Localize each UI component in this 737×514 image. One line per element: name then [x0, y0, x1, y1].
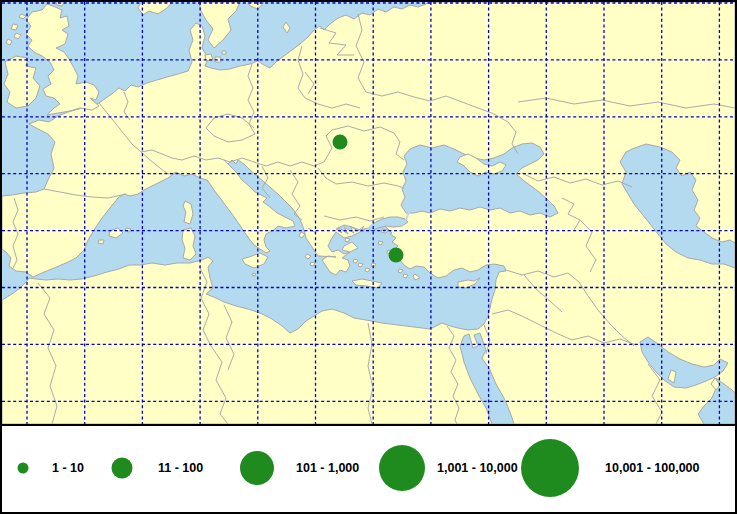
distribution-map-figure: 1 - 10 11 - 100 101 - 1,000 1,001 - 10,0…: [0, 0, 737, 514]
sardinia: [182, 228, 196, 260]
legend-label: 11 - 100: [158, 461, 203, 475]
legend-circle-icon: [521, 439, 579, 497]
legend-circle-icon: [18, 463, 29, 474]
legend-bar: 1 - 10 11 - 100 101 - 1,000 1,001 - 10,0…: [2, 426, 735, 512]
malta: [252, 273, 256, 276]
map-canvas: [2, 2, 735, 424]
occurrence-point-2: [389, 248, 404, 263]
legend-label: 101 - 1,000: [296, 461, 359, 475]
map-area: [2, 2, 735, 426]
legend-label: 1 - 10: [52, 461, 84, 475]
legend-label: 1,001 - 10,000: [437, 461, 518, 475]
legend-circle-icon: [240, 451, 274, 485]
legend-circle-icon: [379, 445, 425, 491]
ibiza: [98, 240, 104, 244]
occurrence-point-1: [333, 135, 348, 150]
legend-label: 10,001 - 100,000: [605, 461, 700, 475]
legend-circle-icon: [112, 458, 133, 479]
